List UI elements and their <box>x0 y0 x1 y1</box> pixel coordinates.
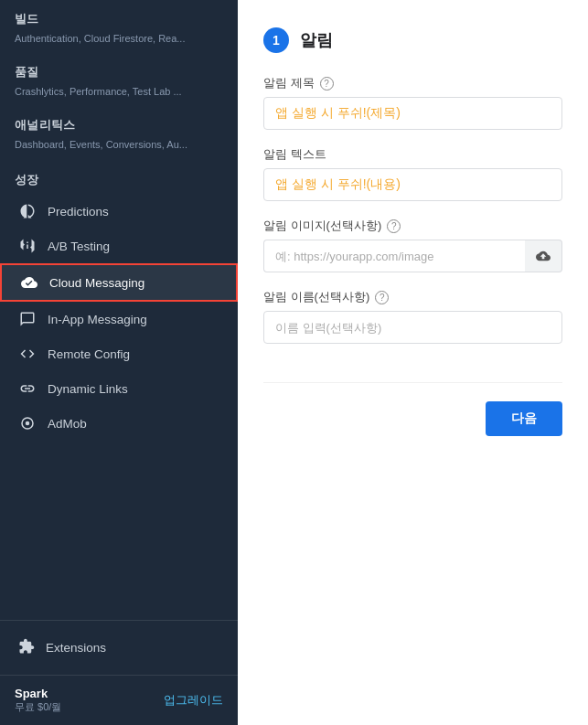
upgrade-button[interactable]: 업그레이드 <box>164 692 223 709</box>
sidebar: 빌드 Authentication, Cloud Firestore, Rea.… <box>0 0 238 725</box>
form-group-alarm-name: 알림 이름(선택사항) ? <box>263 289 562 344</box>
sidebar-nav: 빌드 Authentication, Cloud Firestore, Rea.… <box>0 0 238 620</box>
sidebar-item-ab-testing[interactable]: A/B Testing <box>0 229 238 263</box>
step-header: 1 알림 <box>263 27 562 53</box>
sidebar-item-cloud-messaging-label: Cloud Messaging <box>49 276 144 290</box>
ab-testing-icon <box>18 237 37 255</box>
step-badge: 1 <box>263 27 289 53</box>
alarm-image-help-icon[interactable]: ? <box>387 219 401 233</box>
sidebar-item-cloud-messaging[interactable]: Cloud Messaging <box>0 263 238 302</box>
sidebar-section-analytics: 애널리틱스 <box>0 106 238 137</box>
alarm-name-help-icon[interactable]: ? <box>375 291 389 304</box>
sidebar-section-quality: 품질 <box>0 53 238 84</box>
form-group-alarm-image: 알림 이미지(선택사항) ? <box>263 218 562 272</box>
sidebar-item-remote-config[interactable]: Remote Config <box>0 336 238 371</box>
next-button[interactable]: 다음 <box>486 401 562 436</box>
extensions-icon <box>18 638 35 657</box>
sidebar-item-extensions-label: Extensions <box>46 641 106 655</box>
in-app-messaging-icon <box>18 310 37 328</box>
sidebar-section-build: 빌드 <box>0 0 238 31</box>
sidebar-item-remote-config-label: Remote Config <box>48 347 130 361</box>
main-content: 1 알림 알림 제목 ? 알림 텍스트 알림 이미지(선택사항) ? <box>238 0 588 725</box>
alarm-image-input[interactable] <box>263 240 525 272</box>
sidebar-extensions-section: Extensions <box>0 620 238 675</box>
alarm-text-input[interactable] <box>263 168 562 201</box>
form-group-alarm-text: 알림 텍스트 <box>263 146 562 201</box>
submit-area: 다음 <box>263 382 562 436</box>
svg-point-1 <box>26 421 30 426</box>
sidebar-item-in-app-messaging-label: In-App Messaging <box>48 313 147 326</box>
sidebar-item-extensions[interactable]: Extensions <box>0 630 238 666</box>
dynamic-links-icon <box>18 379 37 398</box>
sidebar-section-quality-sub: Crashlytics, Performance, Test Lab ... <box>0 84 238 106</box>
sidebar-item-dynamic-links[interactable]: Dynamic Links <box>0 371 238 406</box>
alarm-title-help-icon[interactable]: ? <box>320 77 334 91</box>
sidebar-item-predictions[interactable]: Predictions <box>0 194 238 229</box>
sidebar-item-ab-testing-label: A/B Testing <box>48 240 110 253</box>
alarm-name-label: 알림 이름(선택사항) ? <box>263 289 562 305</box>
alarm-text-label: 알림 텍스트 <box>263 146 562 163</box>
alarm-image-upload-button[interactable] <box>525 240 562 272</box>
alarm-title-input[interactable] <box>263 97 562 130</box>
admob-icon <box>18 414 37 432</box>
sidebar-section-analytics-sub: Dashboard, Events, Conversions, Au... <box>0 137 238 159</box>
cloud-messaging-icon <box>20 273 38 292</box>
sidebar-section-build-sub: Authentication, Cloud Firestore, Rea... <box>0 31 238 53</box>
sidebar-item-admob[interactable]: AdMob <box>0 406 238 441</box>
sidebar-footer-info: Spark 무료 $0/월 <box>15 687 61 714</box>
alarm-image-label: 알림 이미지(선택사항) ? <box>263 218 562 234</box>
upload-icon <box>536 249 551 263</box>
sidebar-item-in-app-messaging[interactable]: In-App Messaging <box>0 302 238 336</box>
sidebar-plan-name: Spark <box>15 687 61 700</box>
alarm-image-row <box>263 240 562 272</box>
alarm-title-label: 알림 제목 ? <box>263 75 562 91</box>
sidebar-section-growth: 성장 <box>0 159 238 194</box>
sidebar-item-predictions-label: Predictions <box>48 205 109 219</box>
form-group-alarm-title: 알림 제목 ? <box>263 75 562 130</box>
sidebar-item-dynamic-links-label: Dynamic Links <box>48 382 128 396</box>
predictions-icon <box>18 202 37 220</box>
step-title: 알림 <box>300 29 333 51</box>
sidebar-item-admob-label: AdMob <box>48 417 87 431</box>
sidebar-plan-price: 무료 $0/월 <box>15 700 61 714</box>
remote-config-icon <box>18 345 37 363</box>
alarm-name-input[interactable] <box>263 311 562 344</box>
sidebar-footer: Spark 무료 $0/월 업그레이드 <box>0 675 238 725</box>
